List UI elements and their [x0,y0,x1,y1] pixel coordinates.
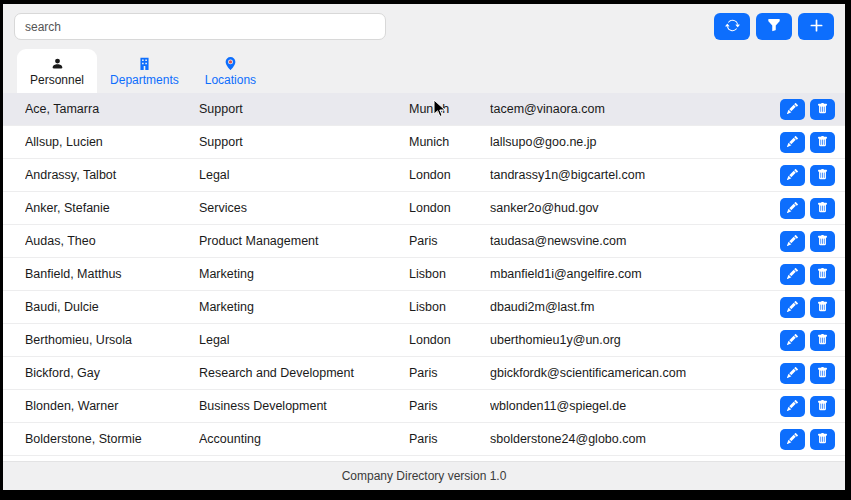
edit-button[interactable] [780,264,805,285]
delete-button[interactable] [810,198,835,219]
delete-button[interactable] [810,330,835,351]
toolbar [3,4,845,49]
edit-button[interactable] [780,132,805,153]
pencil-icon [787,234,798,249]
delete-button[interactable] [810,99,835,120]
table-row[interactable]: Bolderstone, Stormie Accounting Paris sb… [3,423,845,456]
row-actions [777,231,835,252]
cell-location: Munich [409,102,490,116]
row-actions [777,330,835,351]
table-row[interactable]: Allsup, Lucien Support Munich lallsupo@g… [3,126,845,159]
cell-email: gbickfordk@scientificamerican.com [490,366,777,380]
cell-email: tandrassy1n@bigcartel.com [490,168,777,182]
table-row[interactable]: Anker, Stefanie Services London sanker2o… [3,192,845,225]
cell-location: Lisbon [409,267,490,281]
edit-button[interactable] [780,99,805,120]
pencil-icon [787,168,798,183]
table-row[interactable]: Bickford, Gay Research and Development P… [3,357,845,390]
trash-icon [817,234,828,249]
add-button[interactable] [798,13,834,40]
cell-location: London [409,333,490,347]
pencil-icon [787,102,798,117]
app-window: Personnel Departments Locations Ace, Tam… [3,4,845,490]
table-row[interactable]: Blonden, Warner Business Development Par… [3,390,845,423]
tab-label: Locations [205,73,256,87]
cell-name: Audas, Theo [25,234,199,248]
cell-name: Baudi, Dulcie [25,300,199,314]
edit-button[interactable] [780,330,805,351]
trash-icon [817,300,828,315]
cell-name: Blonden, Warner [25,399,199,413]
delete-button[interactable] [810,429,835,450]
table-row[interactable]: Berthomieu, Ursola Legal London uberthom… [3,324,845,357]
tab-personnel[interactable]: Personnel [17,49,97,93]
delete-button[interactable] [810,264,835,285]
edit-button[interactable] [780,429,805,450]
table-row[interactable]: Ace, Tamarra Support Munich tacem@vinaor… [3,93,845,126]
cell-email: mbanfield1i@angelfire.com [490,267,777,281]
building-icon [138,55,151,70]
tab-departments[interactable]: Departments [97,49,192,93]
table-row[interactable]: Banfield, Matthus Marketing Lisbon mbanf… [3,258,845,291]
cell-department: Support [199,102,409,116]
delete-button[interactable] [810,396,835,417]
row-actions [777,429,835,450]
row-actions [777,396,835,417]
footer-text: Company Directory version 1.0 [342,469,507,483]
refresh-button[interactable] [714,13,750,40]
cell-email: uberthomieu1y@un.org [490,333,777,347]
trash-icon [817,267,828,282]
edit-button[interactable] [780,363,805,384]
cell-email: tacem@vinaora.com [490,102,777,116]
cell-department: Business Development [199,399,409,413]
cell-email: lallsupo@goo.ne.jp [490,135,777,149]
delete-button[interactable] [810,165,835,186]
cell-name: Berthomieu, Ursola [25,333,199,347]
cell-department: Legal [199,333,409,347]
person-icon [51,55,64,70]
cell-department: Services [199,201,409,215]
table-row[interactable]: Andrassy, Talbot Legal London tandrassy1… [3,159,845,192]
edit-button[interactable] [780,396,805,417]
edit-button[interactable] [780,165,805,186]
cell-department: Product Management [199,234,409,248]
cell-department: Research and Development [199,366,409,380]
edit-button[interactable] [780,297,805,318]
filter-button[interactable] [756,13,792,40]
cell-email: dbaudi2m@last.fm [490,300,777,314]
cell-email: sanker2o@hud.gov [490,201,777,215]
cell-email: sbolderstone24@globo.com [490,432,777,446]
row-actions [777,264,835,285]
cell-location: Paris [409,366,490,380]
cell-email: taudasa@newsvine.com [490,234,777,248]
pencil-icon [787,432,798,447]
cell-department: Legal [199,168,409,182]
trash-icon [817,201,828,216]
cell-name: Ace, Tamarra [25,102,199,116]
row-actions [777,363,835,384]
trash-icon [817,168,828,183]
cell-department: Marketing [199,300,409,314]
cell-department: Accounting [199,432,409,446]
tab-label: Personnel [30,73,84,87]
trash-icon [817,399,828,414]
edit-button[interactable] [780,231,805,252]
pencil-icon [787,135,798,150]
map-pin-icon [224,55,237,70]
pencil-icon [787,366,798,381]
delete-button[interactable] [810,132,835,153]
delete-button[interactable] [810,363,835,384]
table-row[interactable]: Audas, Theo Product Management Paris tau… [3,225,845,258]
cell-location: Paris [409,432,490,446]
search-input[interactable] [14,13,386,40]
delete-button[interactable] [810,297,835,318]
delete-button[interactable] [810,231,835,252]
table-body: Ace, Tamarra Support Munich tacem@vinaor… [3,93,845,461]
tab-locations[interactable]: Locations [192,49,269,93]
table-row[interactable]: Baudi, Dulcie Marketing Lisbon dbaudi2m@… [3,291,845,324]
toolbar-buttons [714,13,834,40]
row-actions [777,297,835,318]
trash-icon [817,102,828,117]
pencil-icon [787,267,798,282]
edit-button[interactable] [780,198,805,219]
